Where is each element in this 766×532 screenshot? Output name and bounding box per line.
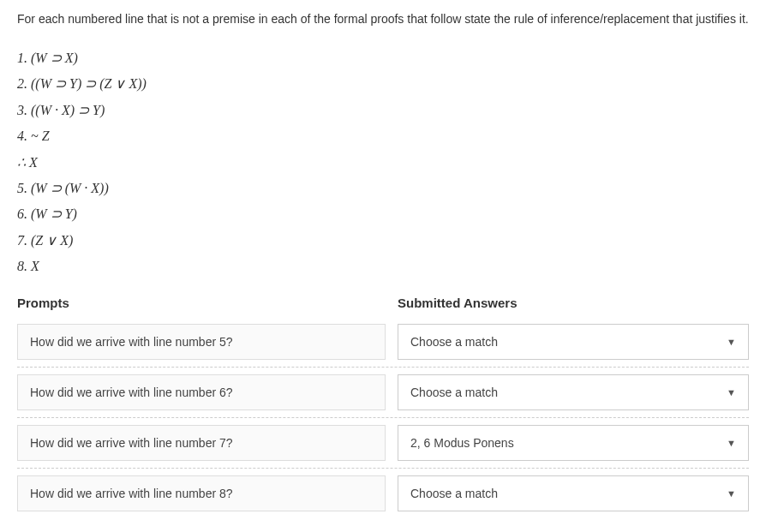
- proof-line: ∴ X: [17, 150, 749, 176]
- proof-line: 4. ~ Z: [17, 123, 749, 149]
- match-row: How did we arrive with line number 8? Ch…: [17, 469, 749, 518]
- instructions-text: For each numbered line that is not a pre…: [17, 10, 749, 28]
- answer-text: 2, 6 Modus Ponens: [410, 436, 514, 450]
- proof-line: 2. ((W ⊃ Y) ⊃ (Z ∨ X)): [17, 71, 749, 97]
- proof-line: 7. (Z ∨ X): [17, 228, 749, 254]
- answer-select[interactable]: Choose a match ▼: [398, 475, 749, 511]
- proof-line: 5. (W ⊃ (W · X)): [17, 176, 749, 201]
- match-row: How did we arrive with line number 7? 2,…: [17, 418, 749, 469]
- prompt-box: How did we arrive with line number 7?: [17, 425, 386, 461]
- chevron-down-icon: ▼: [727, 488, 736, 499]
- proof-lines-block: 1. (W ⊃ X) 2. ((W ⊃ Y) ⊃ (Z ∨ X)) 3. ((W…: [17, 45, 749, 280]
- chevron-down-icon: ▼: [727, 387, 736, 398]
- prompts-header: Prompts: [17, 296, 386, 310]
- prompt-text: How did we arrive with line number 5?: [30, 335, 233, 349]
- answer-select[interactable]: Choose a match ▼: [398, 374, 749, 410]
- answers-header: Submitted Answers: [398, 296, 749, 310]
- match-rows: How did we arrive with line number 5? Ch…: [17, 317, 749, 518]
- prompt-box: How did we arrive with line number 8?: [17, 475, 386, 511]
- answer-select[interactable]: 2, 6 Modus Ponens ▼: [398, 425, 749, 461]
- columns-header: Prompts Submitted Answers: [17, 296, 749, 310]
- answer-text: Choose a match: [410, 386, 498, 399]
- prompt-box: How did we arrive with line number 6?: [17, 374, 386, 410]
- proof-line: 3. ((W · X) ⊃ Y): [17, 98, 749, 123]
- prompt-text: How did we arrive with line number 7?: [30, 436, 233, 450]
- match-row: How did we arrive with line number 6? Ch…: [17, 368, 749, 418]
- chevron-down-icon: ▼: [727, 438, 736, 448]
- answer-text: Choose a match: [410, 335, 498, 349]
- proof-line: 1. (W ⊃ X): [17, 45, 749, 71]
- prompt-text: How did we arrive with line number 6?: [30, 386, 233, 399]
- chevron-down-icon: ▼: [727, 337, 736, 347]
- match-row: How did we arrive with line number 5? Ch…: [17, 317, 749, 368]
- proof-line: 6. (W ⊃ Y): [17, 201, 749, 227]
- prompt-text: How did we arrive with line number 8?: [30, 487, 233, 500]
- proof-line: 8. X: [17, 254, 749, 279]
- answer-select[interactable]: Choose a match ▼: [398, 324, 749, 360]
- prompt-box: How did we arrive with line number 5?: [17, 324, 386, 360]
- answer-text: Choose a match: [410, 487, 498, 500]
